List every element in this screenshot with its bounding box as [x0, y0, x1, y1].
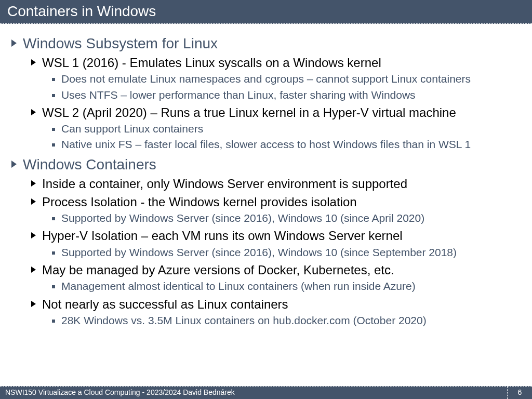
bullet-text: Inside a container, only Windows Server …: [42, 176, 407, 192]
bullet-l3: Does not emulate Linux namespaces and cg…: [10, 72, 522, 86]
triangle-icon: [31, 232, 36, 238]
bullet-l2: WSL 1 (2016) - Emulates Linux syscalls o…: [10, 55, 522, 71]
bullet-l2: Hyper-V Isolation – each VM runs its own…: [10, 228, 522, 244]
bullet-text: 28K Windows vs. 3.5M Linux containers on…: [61, 313, 427, 328]
square-icon: [52, 285, 55, 288]
bullet-l2: Not nearly as successful as Linux contai…: [10, 296, 522, 312]
bullet-l2: May be managed by Azure versions of Dock…: [10, 262, 522, 278]
square-icon: [52, 143, 55, 147]
triangle-icon: [31, 267, 36, 273]
bullet-text: Not nearly as successful as Linux contai…: [42, 296, 288, 312]
bullet-text: Management almost identical to Linux con…: [61, 279, 416, 294]
page-number: 6: [507, 387, 532, 399]
bullet-l2: Inside a container, only Windows Server …: [10, 176, 522, 192]
bullet-l2: WSL 2 (April 2020) – Runs a true Linux k…: [10, 104, 522, 121]
bullet-l3: Can support Linux containers: [10, 122, 522, 136]
bullet-l3: 28K Windows vs. 3.5M Linux containers on…: [10, 313, 522, 328]
bullet-text: WSL 1 (2016) - Emulates Linux syscalls o…: [42, 55, 381, 71]
bullet-text: Windows Subsystem for Linux: [23, 34, 218, 52]
bullet-l3: Uses NTFS – lower performance than Linux…: [10, 88, 522, 102]
bullet-l3: Native unix FS – faster local files, slo…: [10, 137, 522, 152]
slide-footer: NSWI150 Virtualizace a Cloud Computing -…: [0, 386, 532, 399]
bullet-l3: Supported by Windows Server (since 2016)…: [10, 245, 522, 260]
square-icon: [52, 251, 55, 255]
square-icon: [52, 78, 55, 81]
bullet-text: WSL 2 (April 2020) – Runs a true Linux k…: [42, 104, 456, 121]
bullet-l2: Process Isolation - the Windows kernel p…: [10, 194, 522, 210]
triangle-icon: [11, 161, 17, 168]
triangle-icon: [31, 109, 36, 115]
triangle-icon: [31, 301, 36, 307]
bullet-text: Supported by Windows Server (since 2016)…: [61, 211, 424, 225]
bullet-l3: Supported by Windows Server (since 2016)…: [10, 211, 522, 225]
bullet-l1: Windows Subsystem for Linux: [10, 34, 522, 52]
bullet-text: Does not emulate Linux namespaces and cg…: [61, 72, 471, 86]
slide-body: Windows Subsystem for Linux WSL 1 (2016)…: [0, 24, 532, 333]
square-icon: [52, 128, 55, 131]
bullet-text: Hyper-V Isolation – each VM runs its own…: [42, 228, 403, 244]
slide-title: Containers in Windows: [7, 3, 156, 19]
bullet-text: Can support Linux containers: [61, 122, 203, 136]
bullet-text: Native unix FS – faster local files, slo…: [61, 137, 471, 152]
bullet-text: Supported by Windows Server (since 2016)…: [61, 245, 457, 260]
footer-text: NSWI150 Virtualizace a Cloud Computing -…: [0, 387, 507, 399]
square-icon: [52, 94, 55, 97]
bullet-l1: Windows Containers: [10, 155, 522, 174]
triangle-icon: [31, 198, 36, 205]
bullet-text: May be managed by Azure versions of Dock…: [42, 262, 394, 278]
triangle-icon: [31, 180, 36, 187]
bullet-text: Uses NTFS – lower performance than Linux…: [61, 88, 416, 102]
bullet-text: Process Isolation - the Windows kernel p…: [42, 194, 357, 210]
triangle-icon: [31, 59, 36, 65]
bullet-l3: Management almost identical to Linux con…: [10, 279, 522, 294]
square-icon: [52, 320, 55, 323]
square-icon: [52, 217, 55, 220]
triangle-icon: [11, 39, 17, 47]
slide-title-bar: Containers in Windows: [0, 0, 532, 24]
bullet-text: Windows Containers: [23, 155, 156, 174]
